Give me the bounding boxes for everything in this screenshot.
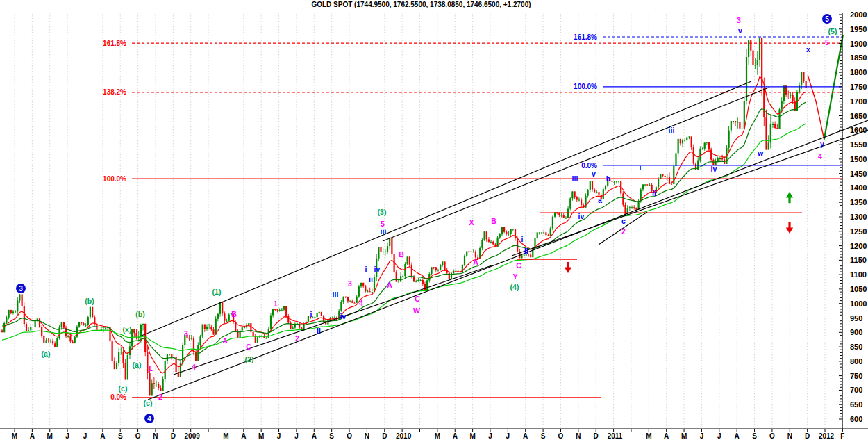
candle-body [728,131,730,148]
candle-body [391,238,392,254]
candle-body [449,273,450,279]
candle-body [343,297,344,302]
candle-body [224,313,225,320]
wave-label: C [415,295,420,303]
x-axis-label: D [382,432,387,440]
wave-label: 3 [184,329,188,338]
candle-body [699,149,701,161]
candle-body [360,283,362,287]
candle-body [67,336,69,337]
chart-window: GOLD SPOT (1744.9500, 1762.5500, 1738.08… [0,0,868,442]
x-axis-label: N [365,432,369,440]
y-axis-label: 1500 [850,155,867,163]
candle-body [774,124,776,128]
candle-body [274,309,276,310]
wave-label: (c) [144,399,153,407]
x-axis-label: 2010 [396,432,412,440]
candle-body [792,95,794,101]
wave-label: (b) [135,310,144,318]
candle-body [15,311,16,312]
candle-body [48,341,49,341]
candle-body [590,181,591,191]
x-axis-label: M [47,432,53,440]
x-axis-label: N [787,432,792,440]
candle-body [581,200,582,205]
candle-body [638,202,640,210]
x-axis-label: M [681,432,687,440]
candle-body [731,121,732,131]
candle-body [803,72,804,81]
x-axis-label: M [646,432,651,440]
candle-body [314,317,315,318]
wave-label: (x) [123,325,132,334]
candle-body [768,142,769,149]
candle-body [675,153,676,166]
wave-label: A [473,258,478,266]
candle-body [94,317,95,324]
wave-label: x [806,45,810,54]
x-axis-label: A [664,432,669,440]
x-axis-label: A [100,432,105,440]
candle-body [228,315,230,321]
candle-body [149,373,150,395]
candle-body [144,324,146,352]
candle-body [735,121,736,122]
wave-label: 2 [621,227,626,236]
candle-body [422,280,424,284]
wave-label: X [469,218,474,227]
wave-label: 4 [192,363,196,371]
candle-body [755,65,756,65]
candle-body [633,207,635,208]
candle-body [594,190,595,193]
candle-body [524,255,525,256]
x-axis-label: 2012 [819,432,835,440]
candle-body [660,174,661,179]
candle-body [140,325,142,337]
candle-body [475,252,476,257]
candle-body [473,252,474,252]
fib-level-label: 100.0% [574,83,597,90]
candle-body [133,329,135,333]
candle-body [592,181,593,190]
wave-label: iv [578,212,585,220]
fib-level-label: 100.0% [103,175,126,183]
candle-body [772,124,774,125]
down-arrow-icon [786,228,793,234]
trendline [512,130,868,256]
candle-body [50,341,51,341]
candle-body [153,383,155,384]
candle-body [481,240,483,248]
candle-body [424,284,426,291]
x-axis-label: J [700,432,704,440]
wave-label: B [491,217,496,225]
candle-body [26,324,27,331]
candle-body [204,325,206,329]
x-axis-label: M [469,432,475,440]
candle-body [752,51,753,65]
candle-body [206,327,208,329]
candle-body [208,327,210,327]
candle-body [372,292,373,293]
x-axis-label: J [506,432,510,440]
wave-label: ii [317,327,321,335]
x-axis-label: A [241,432,246,440]
candle-body [435,267,437,270]
candle-body [616,181,617,182]
x-axis-label: M [12,432,17,440]
wave-label: iv [340,312,347,320]
candle-body [680,139,681,144]
x-axis-label: J [277,432,281,440]
candle-body [571,191,573,198]
candle-body [667,177,668,177]
wave-label: (a) [42,350,51,358]
down-arrow-icon [567,262,569,268]
candle-body [365,286,366,291]
candle-body [737,122,738,123]
candle-body [345,297,347,297]
y-axis-label: 1950 [850,25,867,33]
candle-body [569,198,571,208]
candle-body [543,232,544,233]
wave-label: C [246,343,251,351]
candle-body [61,322,62,328]
candle-body [103,329,104,329]
